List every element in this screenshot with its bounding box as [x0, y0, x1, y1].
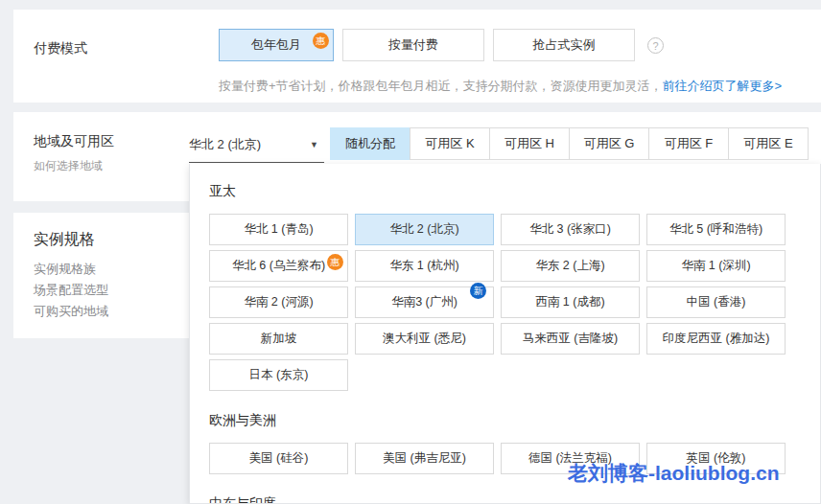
instance-link[interactable]: 实例规格族 — [34, 259, 108, 280]
region-option-label: 华南 2 (河源) — [244, 294, 313, 310]
zone-option[interactable]: 可用区 E — [728, 127, 809, 160]
region-option-label: 华北 2 (北京) — [389, 221, 458, 238]
region-option-label: 华东 1 (杭州) — [389, 258, 458, 274]
region-group-title: 中东与印度 — [209, 493, 820, 504]
new-badge-icon: 新 — [470, 283, 486, 299]
zone-option[interactable]: 可用区 H — [489, 127, 570, 160]
zone-option[interactable]: 随机分配 — [330, 127, 410, 160]
region-option[interactable]: 华东 2 (上海) — [501, 250, 640, 282]
payment-mode-card: 付费模式 包年包月惠按量付费抢占式实例 ? 按量付费+节省计划，价格跟包年包月相… — [13, 10, 821, 103]
region-option[interactable]: 美国 (硅谷) — [209, 443, 348, 474]
payment-intro-link[interactable]: 前往介绍页了解更多> — [663, 79, 783, 93]
region-group-title: 欧洲与美洲 — [209, 410, 820, 429]
region-option[interactable]: 华南 2 (河源) — [209, 286, 348, 318]
region-option-label: 华东 2 (上海) — [535, 258, 604, 274]
region-option-label: 华南3 (广州) — [391, 294, 457, 310]
region-option[interactable]: 马来西亚 (吉隆坡) — [501, 323, 640, 355]
region-option-label: 华北 5 (呼和浩特) — [669, 221, 762, 238]
region-dropdown-value: 华北 2 (北京) — [189, 136, 261, 153]
zone-button-group: 随机分配可用区 K可用区 H可用区 G可用区 F可用区 E — [331, 127, 809, 160]
help-icon[interactable]: ? — [647, 37, 664, 54]
region-option[interactable]: 华北 3 (张家口) — [501, 214, 640, 245]
region-option[interactable]: 华北 5 (呼和浩特) — [646, 214, 786, 245]
region-option-label: 华北 3 (张家口) — [529, 221, 611, 238]
region-option-label: 日本 (东京) — [249, 367, 309, 383]
region-option-label: 西南 1 (成都) — [535, 294, 604, 310]
promo-badge-icon: 惠 — [313, 33, 329, 49]
payment-option[interactable]: 按量付费 — [342, 29, 484, 61]
region-option-label: 澳大利亚 (悉尼) — [383, 331, 466, 347]
region-option[interactable]: 华北 6 (乌兰察布)惠 — [209, 250, 348, 282]
region-option-label: 美国 (弗吉尼亚) — [383, 450, 466, 467]
region-option[interactable]: 华北 2 (北京) — [355, 214, 494, 245]
zone-option[interactable]: 可用区 K — [410, 127, 490, 160]
region-option[interactable]: 澳大利亚 (悉尼) — [355, 323, 494, 355]
region-option[interactable]: 中国 (香港) — [646, 286, 786, 318]
region-option[interactable]: 华北 1 (青岛) — [209, 214, 348, 245]
region-grid: 华北 1 (青岛)华北 2 (北京)华北 3 (张家口)华北 5 (呼和浩特)华… — [209, 214, 820, 391]
payment-option-label: 抢占式实例 — [533, 36, 596, 54]
region-option[interactable]: 美国 (弗吉尼亚) — [355, 443, 494, 474]
region-option[interactable]: 印度尼西亚 (雅加达) — [646, 323, 786, 355]
instance-link[interactable]: 场景配置选型 — [34, 280, 108, 301]
region-option[interactable]: 华东 1 (杭州) — [355, 250, 494, 282]
region-option[interactable]: 新加坡 — [209, 323, 348, 355]
region-option-label: 中国 (香港) — [687, 294, 746, 310]
region-option[interactable]: 华南3 (广州)新 — [355, 286, 494, 318]
payment-option[interactable]: 包年包月惠 — [219, 29, 334, 61]
region-option-label: 华南 1 (深圳) — [681, 258, 750, 274]
region-option-label: 印度尼西亚 (雅加达) — [663, 331, 770, 347]
region-option-label: 美国 (硅谷) — [249, 450, 309, 467]
instance-spec-label: 实例规格 — [34, 230, 95, 250]
payment-description-text: 按量付费+节省计划，价格跟包年包月相近，支持分期付款，资源使用更加灵活， — [219, 79, 663, 93]
payment-mode-label: 付费模式 — [34, 40, 87, 57]
region-option-label: 马来西亚 (吉隆坡) — [523, 331, 618, 347]
region-option-label: 华北 6 (乌兰察布) — [232, 258, 325, 274]
instance-links: 实例规格族场景配置选型可购买的地域 — [34, 259, 108, 322]
instance-link[interactable]: 可购买的地域 — [34, 301, 108, 322]
region-zone-label: 地域及可用区 — [34, 133, 114, 150]
zone-option[interactable]: 可用区 G — [569, 127, 649, 160]
region-group-title: 亚太 — [209, 181, 820, 200]
chevron-down-icon: ▼ — [310, 140, 324, 149]
region-option-label: 华北 1 (青岛) — [244, 221, 313, 238]
payment-option[interactable]: 抢占式实例 — [493, 29, 635, 61]
watermark: 老刘博客-laoliublog.cn — [568, 460, 780, 487]
region-option-label: 新加坡 — [261, 331, 297, 347]
payment-description: 按量付费+节省计划，价格跟包年包月相近，支持分期付款，资源使用更加灵活，前往介绍… — [219, 78, 782, 95]
region-help-link[interactable]: 如何选择地域 — [34, 158, 103, 174]
region-option[interactable]: 日本 (东京) — [209, 359, 348, 391]
zone-option[interactable]: 可用区 F — [648, 127, 729, 160]
region-dropdown-panel: 亚太华北 1 (青岛)华北 2 (北京)华北 3 (张家口)华北 5 (呼和浩特… — [189, 164, 821, 504]
region-option[interactable]: 西南 1 (成都) — [501, 286, 640, 318]
payment-options: 包年包月惠按量付费抢占式实例 — [219, 29, 644, 61]
payment-option-label: 包年包月 — [251, 36, 301, 54]
payment-option-label: 按量付费 — [388, 36, 438, 54]
region-option[interactable]: 华南 1 (深圳) — [646, 250, 786, 282]
region-dropdown[interactable]: 华北 2 (北京) ▼ — [189, 127, 324, 163]
promo-badge-icon: 惠 — [327, 254, 343, 270]
